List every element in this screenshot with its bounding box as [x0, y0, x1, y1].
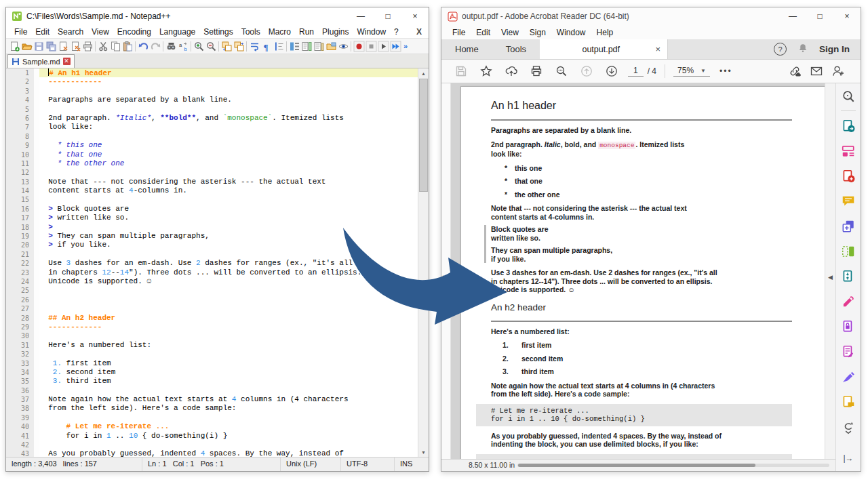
upload-cloud-icon[interactable] [502, 64, 520, 79]
editor-line[interactable]: 17 > written like so. [6, 214, 418, 222]
stop-macro-icon[interactable] [366, 41, 377, 52]
menu-item-help[interactable]: Help [591, 28, 619, 37]
editor-line[interactable]: 15 [6, 195, 418, 204]
editor-line[interactable]: 1 # An h1 header [6, 68, 418, 77]
menubar-close-button[interactable]: X [410, 27, 429, 37]
menu-item-run[interactable]: Run [295, 27, 318, 37]
email-icon[interactable] [808, 64, 825, 79]
replace-icon[interactable]: ab [178, 41, 189, 52]
tab-tools[interactable]: Tools [492, 39, 540, 59]
editor-line[interactable]: 8 [6, 132, 418, 141]
save-all-icon[interactable] [45, 41, 57, 52]
menu-item-view[interactable]: View [87, 27, 113, 37]
page-down-icon[interactable] [603, 64, 620, 79]
editor-line[interactable]: 13 Note that --- not considering the ast… [6, 178, 418, 186]
zoom-in-icon[interactable] [193, 41, 205, 52]
editor-line[interactable]: 16 > Block quotes are [6, 205, 418, 214]
editor-line[interactable]: 27 [6, 304, 418, 313]
share-link-icon[interactable] [786, 64, 804, 79]
editor-line[interactable]: 20 > if you like. [6, 241, 418, 249]
menu-item-search[interactable]: Search [54, 27, 87, 37]
editor-line[interactable]: 38 from the left side). Here's a code sa… [6, 404, 418, 413]
editor-line[interactable]: 35 3. third item [6, 377, 418, 386]
open-file-icon[interactable] [21, 41, 33, 52]
menu-item-macro[interactable]: Macro [264, 27, 295, 37]
play-macro-icon[interactable] [378, 41, 389, 52]
menu-item-window[interactable]: Window [353, 27, 390, 37]
record-macro-icon[interactable] [353, 41, 365, 52]
more-options-button[interactable]: ••• [719, 66, 732, 76]
zoom-out-icon[interactable] [205, 41, 217, 52]
editor-line[interactable]: 33 1. first item [6, 359, 418, 368]
expand-left-pane-icon[interactable]: ▶ [443, 274, 448, 281]
search-icon[interactable] [553, 64, 570, 79]
prepare-form-icon[interactable] [840, 344, 856, 360]
combine-files-icon[interactable] [840, 218, 856, 235]
collapse-right-pane-icon[interactable]: ◀ [828, 274, 833, 281]
star-icon[interactable] [477, 64, 495, 79]
save-icon[interactable] [33, 41, 45, 52]
menu-item-sign[interactable]: Sign [524, 28, 551, 37]
menu-item-tools[interactable]: Tools [237, 27, 264, 37]
editor-line[interactable]: 21 [6, 250, 418, 259]
editor-line[interactable]: 4 Paragraphs are separated by a blank li… [6, 96, 418, 104]
print-icon[interactable] [528, 64, 545, 79]
status-insert-mode[interactable]: INS [394, 458, 429, 471]
status-encoding[interactable]: UTF-8 [340, 458, 394, 471]
close-button[interactable]: × [833, 7, 861, 25]
person-add-icon[interactable] [829, 64, 847, 79]
sync-horizontal-scroll-icon[interactable] [233, 41, 245, 52]
editor-line[interactable]: 32 [6, 350, 418, 359]
status-eol-format[interactable]: Unix (LF) [280, 458, 340, 471]
editor-vertical-scrollbar[interactable]: ▲ ▼ [418, 68, 429, 457]
menu-item-file[interactable]: File [10, 27, 31, 37]
function-list-icon[interactable] [289, 41, 300, 52]
comment-icon[interactable] [840, 193, 856, 209]
export-pdf-icon[interactable] [840, 118, 856, 134]
page-number-input[interactable]: 1 [628, 66, 644, 77]
menu-item-edit[interactable]: Edit [471, 28, 496, 37]
tab-home[interactable]: Home [441, 39, 492, 59]
notifications-bell-icon[interactable] [797, 43, 808, 56]
search-tool-icon[interactable] [840, 88, 856, 104]
minimize-button[interactable]: — [779, 7, 806, 25]
editor-line[interactable]: 25 [6, 286, 418, 295]
cut-icon[interactable] [98, 41, 109, 52]
editor-line[interactable]: 42 [6, 441, 418, 449]
new-file-icon[interactable] [9, 41, 20, 52]
word-wrap-icon[interactable] [249, 41, 260, 52]
more-tools-icon[interactable] [840, 419, 856, 435]
toolbar-overflow-chevron[interactable]: » [401, 42, 410, 50]
editor-line[interactable]: 39 [6, 413, 418, 422]
editor-line[interactable]: 12 [6, 168, 418, 177]
editor-line[interactable]: 6 2nd paragraph. *Italic*, **bold**, and… [6, 114, 418, 123]
menu-item-encoding[interactable]: Encoding [113, 27, 155, 37]
print-icon[interactable] [82, 41, 94, 52]
create-pdf-icon[interactable] [840, 168, 856, 184]
menu-item-help[interactable]: ? [390, 27, 403, 37]
maximize-button[interactable]: □ [374, 7, 401, 25]
send-for-comments-icon[interactable] [840, 394, 856, 410]
help-icon[interactable]: ? [774, 43, 787, 56]
document-map-icon[interactable] [301, 41, 313, 52]
scroll-up-icon[interactable]: ▲ [418, 68, 429, 78]
editor-line[interactable]: 43 As you probably guessed, indented 4 s… [6, 449, 418, 457]
editor-line[interactable]: 40 # Let me re-iterate ... [6, 422, 418, 431]
editor-line[interactable]: 30 [6, 331, 418, 340]
sign-in-button[interactable]: Sign In [819, 44, 850, 54]
scroll-down-icon[interactable]: ▼ [418, 447, 429, 457]
save-icon[interactable] [452, 64, 470, 79]
menu-item-window[interactable]: Window [551, 28, 591, 37]
menu-item-file[interactable]: File [447, 28, 471, 37]
document-list-icon[interactable] [313, 41, 325, 52]
undo-icon[interactable] [138, 41, 149, 52]
tab-close-icon[interactable]: ✕ [63, 58, 71, 65]
run-macro-multiple-icon[interactable] [390, 41, 401, 52]
maximize-button[interactable]: □ [806, 7, 833, 25]
monitoring-icon[interactable] [338, 41, 349, 52]
tab-close-icon[interactable]: × [655, 44, 660, 54]
editor-line[interactable]: 37 Note again how the actual text starts… [6, 395, 418, 404]
editor-line[interactable]: 2 ------------ [6, 77, 418, 86]
close-button[interactable]: × [401, 7, 429, 25]
editor-line[interactable]: 3 [6, 87, 418, 96]
